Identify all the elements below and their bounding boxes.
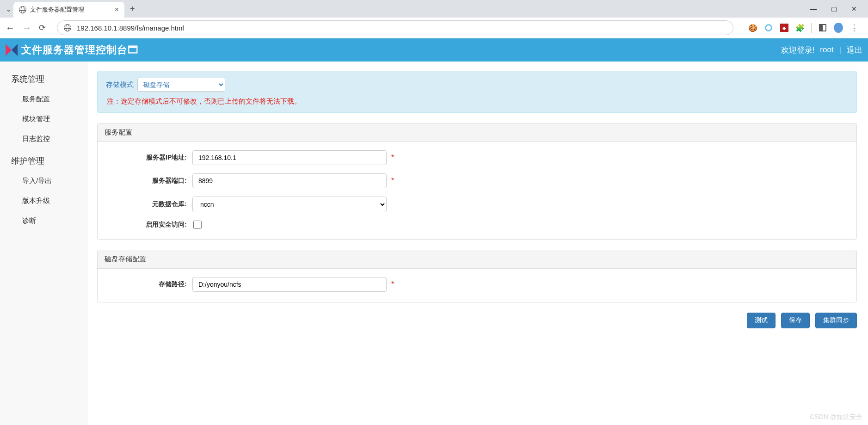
extensions-icon[interactable]: 🧩 — [795, 23, 805, 32]
url-bar[interactable]: 192.168.10.1:8899/fs/manage.html — [57, 20, 733, 35]
header-right: 欢迎登录! root | 退出 — [781, 45, 862, 55]
server-port-label: 服务器端口: — [105, 177, 192, 185]
storage-mode-label: 存储模式 — [106, 80, 134, 89]
username-link[interactable]: root — [820, 45, 833, 55]
sidebar-group-system: 系统管理 — [0, 67, 88, 89]
main-content: 存储模式 磁盘存储 注：选定存储模式后不可修改，否则已上传的文件将无法下载。 服… — [88, 62, 868, 425]
required-asterisk: * — [391, 280, 394, 289]
app-title: 文件服务器管理控制台🗖 — [21, 43, 138, 57]
save-button[interactable]: 保存 — [781, 313, 810, 328]
logout-link[interactable]: 退出 — [847, 45, 862, 55]
forward-button[interactable]: → — [22, 23, 31, 33]
test-button[interactable]: 测试 — [747, 313, 776, 328]
secure-access-label: 启用安全访问: — [105, 221, 192, 229]
storage-path-input[interactable] — [192, 277, 387, 292]
sidebar-item-diagnose[interactable]: 诊断 — [0, 211, 88, 231]
close-window-button[interactable]: ✕ — [850, 5, 859, 12]
sidebar-item-import-export[interactable]: 导入/导出 — [0, 171, 88, 191]
service-config-panel-title: 服务配置 — [98, 123, 856, 142]
circle-extension-icon[interactable] — [764, 23, 773, 32]
extensions-area: 🍪 ◆ 🧩 ⋮ — [745, 23, 862, 33]
back-button[interactable]: ← — [6, 23, 15, 33]
action-buttons-row: 测试 保存 集群同步 — [97, 313, 857, 328]
storage-path-label: 存储路径: — [105, 280, 192, 289]
adblock-extension-icon[interactable]: ◆ — [780, 23, 789, 32]
storage-mode-alert: 存储模式 磁盘存储 注：选定存储模式后不可修改，否则已上传的文件将无法下载。 — [97, 71, 857, 113]
sidebar-item-version-upgrade[interactable]: 版本升级 — [0, 191, 88, 211]
meta-repo-select[interactable]: nccn — [192, 197, 387, 212]
sidebar: 系统管理 服务配置 模块管理 日志监控 维护管理 导入/导出 版本升级 诊断 — [0, 62, 88, 425]
sidebar-item-service-config[interactable]: 服务配置 — [0, 89, 88, 109]
storage-mode-select[interactable]: 磁盘存储 — [137, 78, 225, 92]
browser-toolbar: ← → ⟳ 192.168.10.1:8899/fs/manage.html 🍪… — [0, 18, 868, 38]
maximize-button[interactable]: ▢ — [829, 5, 838, 12]
cluster-sync-button[interactable]: 集群同步 — [815, 313, 857, 328]
window-controls: — ▢ ✕ — [809, 5, 868, 12]
tab-dropdown-icon[interactable]: ⌄ — [6, 5, 12, 13]
close-tab-icon[interactable]: × — [115, 6, 119, 14]
welcome-text: 欢迎登录! — [781, 45, 815, 55]
cookie-extension-icon[interactable]: 🍪 — [748, 23, 757, 32]
disk-storage-panel: 磁盘存储配置 存储路径: * — [97, 250, 857, 302]
reload-button[interactable]: ⟳ — [39, 23, 46, 33]
browser-menu-icon[interactable]: ⋮ — [850, 23, 859, 32]
tab-title: 文件服务器配置管理 — [30, 6, 107, 14]
storage-mode-note: 注：选定存储模式后不可修改，否则已上传的文件将无法下载。 — [106, 97, 848, 106]
layout: 系统管理 服务配置 模块管理 日志监控 维护管理 导入/导出 版本升级 诊断 存… — [0, 62, 868, 425]
tab-bar: ⌄ 文件服务器配置管理 × + — ▢ ✕ — [0, 0, 868, 18]
new-tab-button[interactable]: + — [130, 4, 135, 14]
secure-access-checkbox[interactable] — [193, 221, 202, 229]
app-logo-icon — [6, 44, 18, 56]
sidebar-item-module-manage[interactable]: 模块管理 — [0, 109, 88, 129]
side-panel-icon[interactable] — [818, 23, 827, 32]
disk-storage-panel-title: 磁盘存储配置 — [98, 250, 856, 269]
browser-chrome: ⌄ 文件服务器配置管理 × + — ▢ ✕ ← → ⟳ 192.168.10.1… — [0, 0, 868, 38]
url-text: 192.168.10.1:8899/fs/manage.html — [77, 24, 184, 32]
meta-repo-label: 元数据仓库: — [105, 200, 192, 209]
required-asterisk: * — [391, 154, 394, 162]
service-config-panel: 服务配置 服务器IP地址: * 服务器端口: * 元数据仓库: nccn — [97, 123, 857, 240]
site-info-icon[interactable] — [64, 24, 71, 31]
header-separator: | — [839, 45, 841, 55]
browser-tab[interactable]: 文件服务器配置管理 × — [13, 2, 124, 18]
app-header: 文件服务器管理控制台🗖 欢迎登录! root | 退出 — [0, 38, 868, 62]
server-ip-input[interactable] — [192, 150, 387, 165]
sidebar-item-log-monitor[interactable]: 日志监控 — [0, 129, 88, 149]
server-ip-label: 服务器IP地址: — [105, 154, 192, 162]
profile-avatar-icon[interactable] — [834, 23, 843, 32]
globe-icon — [19, 6, 26, 13]
server-port-input[interactable] — [192, 173, 387, 188]
minimize-button[interactable]: — — [809, 5, 818, 12]
required-asterisk: * — [391, 177, 394, 185]
divider — [811, 23, 812, 33]
sidebar-group-maintenance: 维护管理 — [0, 149, 88, 171]
